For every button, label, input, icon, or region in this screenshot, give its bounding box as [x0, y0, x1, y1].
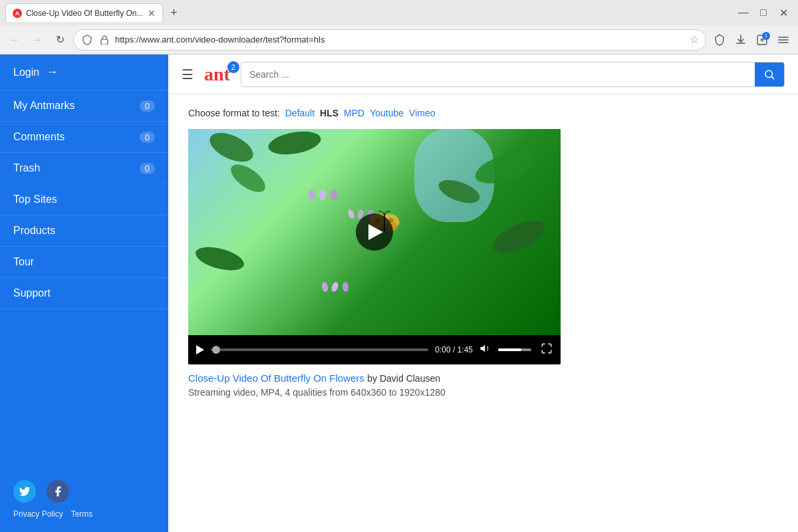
- progress-dot: [212, 346, 220, 354]
- progress-bar[interactable]: [211, 348, 428, 351]
- back-button[interactable]: ←: [5, 31, 24, 49]
- logo-badge: 2: [227, 61, 239, 73]
- login-item[interactable]: Login →: [0, 55, 168, 90]
- shield-icon: [80, 33, 94, 47]
- url-text: https://www.ant.com/video-downloader/tes…: [115, 35, 686, 45]
- footer-links: Privacy Policy Terms: [13, 509, 155, 519]
- search-container: [241, 62, 785, 87]
- lock-icon: [98, 33, 111, 47]
- format-youtube-link[interactable]: Youtube: [370, 108, 404, 118]
- volume-bar[interactable]: [498, 348, 531, 351]
- sidebar-item-products[interactable]: Products: [0, 215, 168, 247]
- browser-chrome: A Close-Up Video Of Butterfly On... ✕ + …: [0, 0, 798, 55]
- video-title-line: Close-Up Video Of Butterfly On Flowers b…: [188, 372, 778, 384]
- leaf-decoration: [205, 129, 257, 168]
- minimize-button[interactable]: —: [734, 5, 753, 20]
- sidebar-item-antmarks-label: My Antmarks: [13, 100, 74, 112]
- new-tab-button[interactable]: +: [166, 4, 183, 21]
- window-controls: — □ ✕: [734, 5, 793, 20]
- tab-title: Close-Up Video Of Butterfly On...: [26, 9, 144, 18]
- browser-tab[interactable]: A Close-Up Video Of Butterfly On... ✕: [5, 3, 163, 22]
- volume-fill: [498, 348, 521, 351]
- leaf-decoration: [267, 129, 323, 158]
- video-controls: 0:00 / 1:45: [188, 335, 561, 364]
- menu-button[interactable]: [774, 31, 793, 49]
- app-header: ☰ ant 2: [168, 55, 798, 94]
- video-info: Close-Up Video Of Butterfly On Flowers b…: [188, 372, 778, 398]
- title-bar: A Close-Up Video Of Butterfly On... ✕ + …: [0, 0, 798, 25]
- sidebar-item-trash-label: Trash: [13, 162, 40, 174]
- twitter-icon[interactable]: [13, 480, 36, 503]
- address-bar[interactable]: https://www.ant.com/video-downloader/tes…: [73, 29, 706, 51]
- video-player: 0:00 / 1:45: [188, 129, 561, 364]
- social-icons: [13, 480, 155, 503]
- close-button[interactable]: ✕: [774, 5, 793, 20]
- sidebar-item-products-label: Products: [13, 225, 55, 237]
- sidebar-item-comments[interactable]: Comments 0: [0, 122, 168, 153]
- tab-favicon: A: [13, 9, 22, 18]
- logo-text: ant: [204, 64, 230, 85]
- downloads-button[interactable]: [732, 31, 750, 49]
- sidebar-footer: Privacy Policy Terms: [0, 467, 168, 532]
- svg-marker-10: [481, 345, 485, 352]
- play-triangle-icon: [368, 224, 383, 240]
- bookmark-star-icon[interactable]: ☆: [690, 33, 699, 46]
- sidebar-nav: My Antmarks 0 Comments 0 Trash 0 Top Sit…: [0, 90, 168, 467]
- sidebar-item-support[interactable]: Support: [0, 278, 168, 309]
- reload-button[interactable]: ↻: [51, 31, 69, 49]
- play-pause-button[interactable]: [196, 345, 204, 354]
- content-area: Choose format to test: Default HLS MPD Y…: [168, 94, 798, 411]
- flower-cluster: [321, 281, 349, 295]
- volume-button[interactable]: [479, 342, 491, 357]
- maximize-button[interactable]: □: [754, 5, 773, 20]
- format-hls-text: HLS: [320, 108, 338, 118]
- fullscreen-button[interactable]: [541, 342, 553, 357]
- search-icon: [763, 68, 775, 80]
- nav-actions: 1: [710, 31, 793, 49]
- forward-button[interactable]: →: [28, 31, 47, 49]
- sidebar-item-comments-count: 0: [140, 132, 155, 143]
- main-content: ☰ ant 2 Choose format to test: Default H…: [168, 55, 798, 532]
- search-button[interactable]: [755, 62, 784, 87]
- sidebar: Login → My Antmarks 0 Comments 0 Trash 0…: [0, 55, 168, 532]
- sidebar-item-tour[interactable]: Tour: [0, 247, 168, 278]
- format-bar: Choose format to test: Default HLS MPD Y…: [188, 108, 778, 118]
- nav-bar: ← → ↻ https://www.ant.com/video-download…: [0, 25, 798, 55]
- sidebar-item-antmarks[interactable]: My Antmarks 0: [0, 90, 168, 122]
- facebook-icon[interactable]: [47, 480, 69, 503]
- tab-close-button[interactable]: ✕: [148, 9, 156, 18]
- login-icon: →: [46, 65, 58, 79]
- login-label: Login: [13, 66, 39, 78]
- play-icon: [196, 345, 204, 354]
- play-button-overlay[interactable]: [356, 213, 393, 251]
- sidebar-item-antmarks-count: 0: [140, 100, 155, 112]
- leaf-decoration: [193, 243, 246, 275]
- video-author: by David Clausen: [367, 373, 440, 384]
- leaf-decoration: [226, 159, 269, 197]
- video-thumbnail: [188, 129, 561, 335]
- sidebar-item-top-sites[interactable]: Top Sites: [0, 184, 168, 215]
- sidebar-item-top-sites-label: Top Sites: [13, 194, 57, 205]
- sidebar-item-trash[interactable]: Trash 0: [0, 153, 168, 184]
- privacy-policy-link[interactable]: Privacy Policy: [13, 509, 63, 519]
- sidebar-item-comments-label: Comments: [13, 131, 65, 143]
- video-description: Streaming video, MP4, 4 qualities from 6…: [188, 387, 778, 398]
- sidebar-item-trash-count: 0: [140, 163, 155, 174]
- format-label: Choose format to test:: [188, 108, 280, 118]
- format-default-link[interactable]: Default: [285, 108, 315, 118]
- video-title-link[interactable]: Close-Up Video Of Butterfly On Flowers: [188, 372, 364, 384]
- firefox-shield-button[interactable]: [710, 31, 729, 49]
- logo-container: ant 2: [204, 64, 230, 85]
- time-display: 0:00 / 1:45: [435, 345, 473, 354]
- extensions-button[interactable]: 1: [753, 31, 771, 49]
- svg-rect-0: [101, 39, 108, 45]
- search-input[interactable]: [241, 69, 755, 80]
- leaf-decoration: [488, 214, 549, 260]
- format-vimeo-link[interactable]: Vimeo: [409, 108, 435, 118]
- flower-cluster: [308, 189, 338, 203]
- app-layout: Login → My Antmarks 0 Comments 0 Trash 0…: [0, 55, 798, 532]
- hamburger-button[interactable]: ☰: [182, 66, 194, 82]
- format-mpd-link[interactable]: MPD: [344, 108, 364, 118]
- sidebar-item-support-label: Support: [13, 287, 51, 299]
- terms-link[interactable]: Terms: [71, 509, 93, 519]
